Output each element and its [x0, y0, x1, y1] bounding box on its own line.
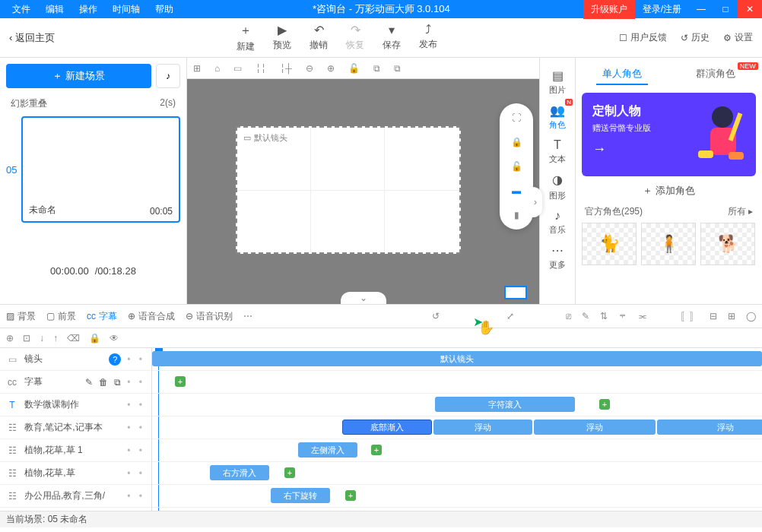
res-shape[interactable]: ◑图形: [549, 171, 566, 203]
new-button[interactable]: ＋新建: [237, 23, 255, 53]
expand-chevron-icon[interactable]: ›: [529, 187, 542, 217]
timeline-edit-icon[interactable]: ✎: [582, 311, 589, 321]
add-keyframe-icon[interactable]: +: [175, 376, 186, 387]
clip[interactable]: 左侧滑入: [298, 442, 357, 458]
publish-button[interactable]: ⤴发布: [419, 23, 437, 53]
trash-icon[interactable]: 🗑: [99, 377, 108, 388]
feedback-button[interactable]: ☐用户反馈: [619, 31, 667, 44]
edit-icon[interactable]: ✎: [85, 377, 93, 388]
timeline-lane[interactable]: 字符滚入 +: [152, 394, 762, 416]
tl-eye-icon[interactable]: 👁: [110, 333, 119, 344]
track-row[interactable]: cc字幕✎🗑⧉• •: [0, 371, 151, 394]
track-row[interactable]: ☷植物,花草,草 1• •: [0, 439, 151, 462]
timeline-reset-icon[interactable]: ◯: [746, 311, 756, 321]
add-keyframe-icon[interactable]: +: [284, 467, 295, 478]
device-fullscreen-icon[interactable]: ⛶: [512, 112, 521, 123]
track-row[interactable]: ☷办公用品,教育,三角/• •: [0, 485, 151, 508]
menu-action[interactable]: 操作: [73, 2, 103, 17]
canvas-tool-fit-icon[interactable]: ▭: [233, 63, 242, 74]
device-lock-icon[interactable]: 🔒: [511, 137, 522, 147]
character-thumb[interactable]: 🐕: [700, 223, 755, 265]
promo-banner[interactable]: 定制人物 赠送骨骼专业版 →: [582, 93, 756, 176]
filter-dropdown[interactable]: 所有 ▸: [728, 205, 753, 218]
timeline-camera-icon[interactable]: ⎚: [566, 311, 571, 321]
clip[interactable]: 默认镜头: [152, 351, 762, 366]
timeline-zoomin2-icon[interactable]: ⊞: [728, 311, 735, 321]
upgrade-button[interactable]: 升级账户: [583, 0, 635, 19]
tt-foreground[interactable]: ▢前景: [46, 310, 76, 323]
clip[interactable]: 浮动: [433, 420, 532, 435]
copy-icon[interactable]: ⧉: [114, 377, 121, 388]
character-thumb[interactable]: 🧍: [641, 223, 696, 265]
device-unlock-icon[interactable]: 🔓: [511, 161, 522, 172]
canvas-tool-zoomin-icon[interactable]: ⊕: [327, 63, 335, 74]
tl-up-icon[interactable]: ↑: [53, 333, 58, 344]
timeline-swap-icon[interactable]: ⇅: [600, 311, 608, 321]
tab-single-character[interactable]: 单人角色: [596, 64, 648, 85]
track-row[interactable]: ▭镜头?• •: [0, 348, 151, 371]
character-thumb[interactable]: 🐈: [582, 223, 637, 265]
canvas-stage[interactable]: ▭默认镜头: [236, 126, 461, 254]
res-more[interactable]: ⋯更多: [549, 242, 566, 272]
timeline-rewind-icon[interactable]: ↺: [432, 311, 440, 321]
history-button[interactable]: ↺历史: [681, 31, 710, 44]
res-character[interactable]: 👥角色: [549, 102, 566, 132]
login-button[interactable]: 登录/注册: [635, 0, 689, 19]
canvas-tool-home-icon[interactable]: ⌂: [214, 63, 220, 74]
save-button[interactable]: ▾保存: [383, 23, 401, 53]
music-button[interactable]: ♪: [156, 64, 180, 88]
clip[interactable]: 右下旋转: [271, 488, 330, 503]
res-image[interactable]: ▤图片: [549, 67, 566, 97]
timeline-expand-icon[interactable]: ⤢: [506, 311, 514, 321]
res-text[interactable]: T文本: [549, 137, 566, 166]
timeline-lane[interactable]: 左侧滑入 +: [152, 439, 762, 462]
device-desktop-icon[interactable]: ▬: [512, 185, 521, 196]
add-character-button[interactable]: ＋ 添加角色: [576, 176, 762, 205]
clip[interactable]: 浮动: [534, 420, 656, 435]
minimize-button[interactable]: —: [689, 0, 713, 18]
clip-selected[interactable]: 底部渐入: [342, 420, 432, 435]
tl-delete-icon[interactable]: ⌫: [67, 333, 80, 344]
timeline-lane[interactable]: 右方滑入 +: [152, 462, 762, 485]
canvas-tool-grid-icon[interactable]: ⊞: [193, 63, 201, 74]
tl-lock-icon[interactable]: 🔒: [89, 333, 100, 344]
settings-button[interactable]: ⚙设置: [723, 31, 753, 44]
tt-subtitle[interactable]: cc字幕: [87, 310, 117, 323]
clip[interactable]: 浮动: [657, 420, 762, 435]
preview-rect[interactable]: [504, 286, 527, 299]
res-music[interactable]: ♪音乐: [549, 207, 566, 237]
tt-background[interactable]: ▨背景: [6, 310, 36, 323]
preview-button[interactable]: ▶预览: [273, 23, 291, 53]
tl-folder-icon[interactable]: ⊡: [23, 333, 30, 344]
device-mobile-icon[interactable]: ▮: [514, 210, 519, 220]
undo-button[interactable]: ↶撤销: [310, 23, 328, 53]
track-row[interactable]: T数学微课制作• •: [0, 394, 151, 416]
timeline-lane[interactable]: 底部渐入 浮动 浮动 浮动: [152, 416, 762, 439]
back-home[interactable]: ‹ 返回主页: [9, 31, 55, 45]
clip[interactable]: 右方滑入: [210, 465, 269, 480]
clip[interactable]: 字符滚入: [435, 397, 575, 412]
tt-tts[interactable]: ⊕语音合成: [128, 310, 175, 323]
add-keyframe-icon[interactable]: +: [345, 490, 356, 501]
timeline-bracket-icon[interactable]: 〚〛: [681, 310, 699, 323]
track-row[interactable]: ☷植物,花草,草• •: [0, 462, 151, 485]
canvas-tool-aligncenter-icon[interactable]: ╎┼: [280, 63, 292, 74]
tt-asr[interactable]: ⊖语音识别: [186, 310, 233, 323]
timeline-filter-icon[interactable]: ⫧: [618, 311, 627, 321]
timeline-lane[interactable]: 默认镜头: [152, 348, 762, 371]
timeline-lane[interactable]: 右下旋转 +: [152, 485, 762, 508]
tl-down-icon[interactable]: ↓: [40, 333, 44, 344]
scene-thumbnail[interactable]: 05 未命名 00:05: [21, 116, 180, 223]
add-keyframe-icon[interactable]: +: [371, 445, 382, 455]
tl-add-icon[interactable]: ⊕: [6, 333, 14, 344]
canvas-tool-alignleft-icon[interactable]: ╎╎: [256, 63, 266, 74]
help-icon[interactable]: ?: [109, 353, 121, 366]
canvas-tool-copy-icon[interactable]: ⧉: [373, 63, 380, 74]
menu-edit[interactable]: 编辑: [40, 2, 70, 17]
canvas-tool-paste-icon[interactable]: ⧉: [394, 63, 401, 74]
maximize-button[interactable]: □: [713, 0, 738, 18]
new-scene-button[interactable]: ＋ 新建场景: [6, 64, 151, 88]
menu-timeline[interactable]: 时间轴: [106, 2, 146, 17]
menu-file[interactable]: 文件: [6, 2, 37, 17]
close-button[interactable]: ✕: [738, 0, 762, 18]
